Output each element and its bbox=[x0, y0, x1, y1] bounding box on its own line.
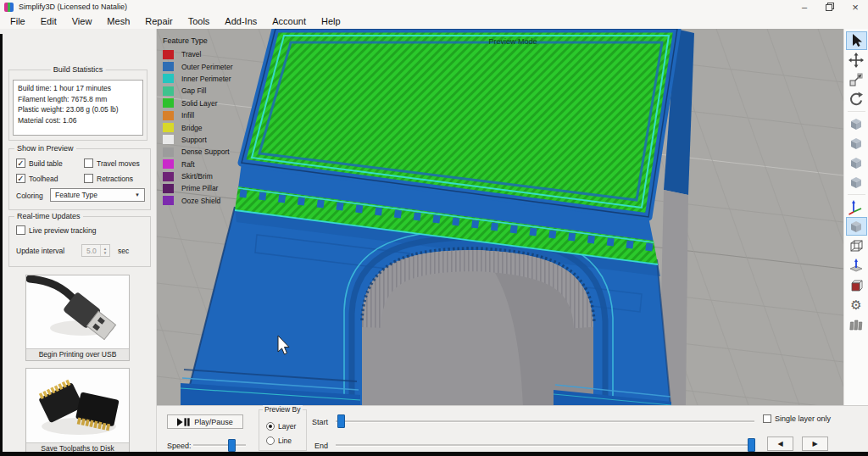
menu-addins[interactable]: Add-Ins bbox=[217, 16, 264, 26]
wireframe-cube-icon bbox=[848, 237, 865, 254]
play-pause-button[interactable]: Play/Pause bbox=[167, 414, 243, 429]
menu-account[interactable]: Account bbox=[264, 16, 314, 26]
cross-section-tool[interactable] bbox=[846, 275, 867, 294]
video-edge-bottom bbox=[0, 452, 868, 456]
speed-slider-track[interactable] bbox=[193, 444, 246, 447]
view-cube-iso[interactable] bbox=[846, 173, 867, 192]
sd-cards-image bbox=[26, 369, 129, 442]
line-radio[interactable] bbox=[266, 437, 275, 445]
begin-printing-usb-button[interactable]: Begin Printing over USB bbox=[25, 275, 130, 361]
coloring-label: Coloring bbox=[16, 192, 43, 200]
update-interval-unit: sec bbox=[118, 247, 129, 255]
checkbox-retractions[interactable]: Retractions bbox=[84, 174, 133, 183]
scale-tool[interactable] bbox=[846, 70, 867, 89]
video-edge-left bbox=[0, 34, 3, 456]
live-preview-checkbox[interactable] bbox=[16, 225, 25, 235]
minimize-button[interactable]: – bbox=[792, 0, 817, 14]
menu-file[interactable]: File bbox=[3, 16, 33, 26]
title-bar: Simplify3D (Licensed to Natalie) – × bbox=[0, 0, 868, 14]
save-toolpaths-button[interactable]: Save Toolpaths to Disk bbox=[25, 368, 130, 455]
close-button[interactable]: × bbox=[843, 0, 868, 14]
end-label: End bbox=[314, 442, 328, 450]
preview-control-bar: Play/Pause Speed: Preview By Layer Line … bbox=[157, 405, 868, 452]
restore-icon bbox=[826, 3, 834, 11]
legend-title: Feature Type bbox=[163, 36, 232, 45]
cube-icon bbox=[848, 135, 865, 152]
stat-filament-length: Filament length: 7675.8 mm bbox=[18, 94, 138, 105]
ooze-shield-swatch bbox=[163, 196, 174, 205]
stat-build-time: Build time: 1 hour 17 minutes bbox=[18, 83, 138, 94]
update-interval-spinner[interactable]: 5.0 ▲ ▼ bbox=[81, 244, 110, 257]
speed-slider-handle[interactable] bbox=[228, 439, 236, 452]
coordinate-axes-tool[interactable] bbox=[846, 197, 867, 216]
preview-3d-viewport[interactable]: Feature Type Travel Outer Perimeter Inne… bbox=[157, 29, 843, 405]
menu-edit[interactable]: Edit bbox=[33, 16, 64, 26]
select-cursor-tool[interactable] bbox=[846, 31, 867, 50]
build-statistics-box: Build time: 1 hour 17 minutes Filament l… bbox=[13, 80, 143, 136]
infill-swatch bbox=[163, 111, 174, 120]
translate-tool[interactable] bbox=[846, 51, 867, 70]
spinner-down-icon[interactable]: ▼ bbox=[103, 251, 107, 255]
update-interval-value: 5.0 bbox=[82, 245, 100, 256]
arc-de-triomphe-model bbox=[157, 29, 843, 405]
legend-item: Solid Layer bbox=[163, 97, 232, 109]
menu-repair[interactable]: Repair bbox=[137, 16, 180, 26]
usb-button-label: Begin Printing over USB bbox=[26, 348, 129, 360]
travel-moves-checkbox[interactable] bbox=[84, 158, 93, 168]
next-layer-button[interactable]: ▶ bbox=[802, 437, 828, 451]
play-pause-icon bbox=[177, 418, 190, 426]
layer-radio[interactable] bbox=[266, 422, 275, 431]
cube-icon bbox=[848, 115, 865, 132]
checkbox-live-preview[interactable]: Live preview tracking bbox=[16, 225, 96, 235]
maximize-button[interactable] bbox=[817, 0, 843, 14]
skirt-brim-swatch bbox=[163, 172, 174, 181]
move-arrows-icon bbox=[848, 52, 865, 69]
app-logo-icon bbox=[4, 3, 14, 12]
coloring-dropdown[interactable]: Feature Type ▼ bbox=[50, 188, 145, 202]
solid-view-tool[interactable] bbox=[846, 217, 867, 236]
preview-mode-label: Preview Mode bbox=[475, 37, 551, 46]
menu-mesh[interactable]: Mesh bbox=[99, 16, 137, 26]
single-layer-row[interactable]: Single layer only bbox=[763, 414, 831, 423]
rotate-tool[interactable] bbox=[846, 90, 867, 108]
end-slider-handle[interactable] bbox=[748, 438, 755, 452]
cursor-icon bbox=[848, 32, 865, 49]
chevron-down-icon: ▼ bbox=[135, 192, 140, 197]
toolhead-checkbox[interactable]: ✓ bbox=[16, 174, 25, 183]
wireframe-view-tool[interactable] bbox=[846, 236, 867, 255]
retractions-checkbox[interactable] bbox=[84, 174, 93, 183]
start-slider-handle[interactable] bbox=[337, 414, 345, 428]
radio-row-layer[interactable]: Layer bbox=[266, 422, 296, 431]
build-table-checkbox[interactable]: ✓ bbox=[16, 158, 25, 168]
legend-item: Dense Support bbox=[163, 146, 232, 158]
start-slider-track[interactable] bbox=[336, 420, 754, 423]
menu-view[interactable]: View bbox=[64, 16, 100, 26]
legend-item: Raft bbox=[163, 158, 232, 170]
support-structures-tool[interactable] bbox=[846, 314, 867, 333]
radio-row-line[interactable]: Line bbox=[266, 437, 292, 445]
surface-normal-tool[interactable] bbox=[846, 256, 867, 275]
legend-item: Travel bbox=[163, 48, 232, 60]
menu-tools[interactable]: Tools bbox=[181, 16, 218, 26]
menu-help[interactable]: Help bbox=[314, 16, 348, 26]
view-cube-front[interactable] bbox=[846, 114, 867, 133]
checkbox-toolhead[interactable]: ✓ Toolhead bbox=[16, 174, 58, 183]
build-statistics-group: Build Statistics Build time: 1 hour 17 m… bbox=[8, 70, 147, 141]
gear-icon: ⚙ bbox=[850, 298, 861, 311]
end-slider-track[interactable] bbox=[336, 444, 754, 447]
stat-material-cost: Material cost: 1.06 bbox=[18, 115, 138, 126]
normal-arrow-icon bbox=[848, 257, 865, 274]
legend-item: Prime Pillar bbox=[163, 182, 232, 194]
cross-section-cube-icon bbox=[848, 276, 865, 293]
settings-tool[interactable]: ⚙ bbox=[846, 295, 867, 314]
previous-layer-button[interactable]: ◀ bbox=[767, 437, 793, 451]
legend-item: Ooze Shield bbox=[163, 195, 232, 207]
scale-box-icon bbox=[848, 71, 865, 88]
checkbox-travel-moves[interactable]: Travel moves bbox=[84, 158, 140, 168]
view-cube-back[interactable] bbox=[846, 153, 867, 172]
bridge-swatch bbox=[163, 123, 174, 132]
stat-plastic-weight: Plastic weight: 23.08 g (0.05 lb) bbox=[18, 104, 138, 115]
checkbox-build-table[interactable]: ✓ Build table bbox=[16, 158, 63, 168]
view-cube-side[interactable] bbox=[846, 134, 867, 153]
single-layer-checkbox[interactable] bbox=[763, 414, 771, 423]
